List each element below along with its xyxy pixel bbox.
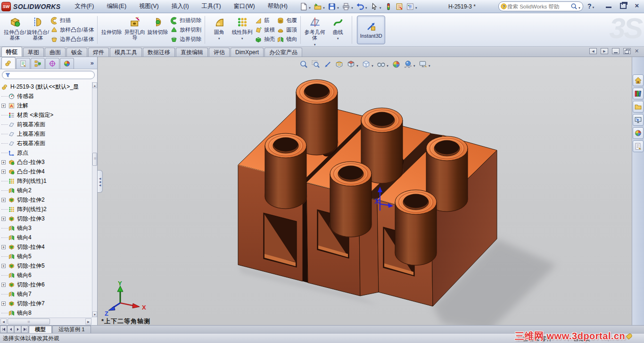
tree-item[interactable]: 右视基准面	[0, 139, 92, 148]
tree-item[interactable]: 镜向6	[0, 270, 92, 280]
expand-icon[interactable]: +	[1, 198, 6, 202]
tree-root[interactable]: H-2519-3 (默认<<默认>_显	[0, 82, 92, 91]
zoom-area-button[interactable]	[311, 59, 321, 69]
revolved-cut-button[interactable]: 旋转切除	[146, 14, 169, 46]
scroll-left-icon[interactable]: ◀	[0, 318, 7, 325]
expand-pane-right-icon[interactable]: ▶	[601, 48, 608, 54]
expand-icon[interactable]: +	[1, 245, 6, 249]
tree-item[interactable]: 镜向8	[0, 308, 92, 318]
close-button[interactable]: ×	[633, 2, 641, 9]
extruded-boss-button[interactable]: 拉伸凸台/基体	[3, 14, 26, 46]
fillet-button[interactable]: 圆角	[207, 14, 231, 46]
extruded-cut-button[interactable]: 拉伸切除	[100, 14, 123, 46]
tree-item[interactable]: +切除-拉伸4	[0, 242, 92, 252]
scroll-thumb[interactable]	[92, 153, 97, 166]
nav-last-button[interactable]	[21, 326, 28, 333]
panel-collapse-handle[interactable]: ◀◀◀	[98, 170, 103, 193]
expand-icon[interactable]: +	[1, 170, 6, 174]
lofted-cut-button[interactable]: 放样切割	[170, 25, 201, 34]
undo-button[interactable]	[355, 2, 368, 11]
view-settings-button[interactable]	[418, 59, 431, 69]
scroll-down-icon[interactable]: ▼	[92, 311, 97, 317]
minimize-button[interactable]	[604, 2, 613, 9]
doc-tab-模型[interactable]: 模型	[29, 326, 52, 333]
menu-item[interactable]: 编辑(E)	[107, 2, 126, 10]
expand-icon[interactable]: +	[1, 302, 6, 306]
open-button[interactable]	[313, 2, 326, 11]
tab-焊件[interactable]: 焊件	[88, 48, 109, 57]
tree-vertical-scrollbar[interactable]: ▲ ▼	[92, 82, 97, 318]
tree-item[interactable]: 传感器	[0, 91, 92, 101]
tree-item[interactable]: +切除-拉伸3	[0, 214, 92, 223]
select-button[interactable]	[370, 2, 382, 11]
tab-草图[interactable]: 草图	[23, 48, 44, 57]
previous-view-button[interactable]	[322, 59, 332, 69]
tree-item[interactable]: 材质 <未指定>	[0, 110, 92, 120]
doc-tab-运动算例 1[interactable]: 运动算例 1	[52, 326, 91, 333]
tree-item[interactable]: +凸台-拉伸3	[0, 157, 92, 167]
hide-show-button[interactable]	[376, 59, 389, 69]
traffic-light-button[interactable]	[384, 2, 393, 11]
curves-button[interactable]: 曲线	[326, 14, 349, 46]
tab-办公室产品[interactable]: 办公室产品	[264, 48, 302, 57]
wrap-button[interactable]: 包覆	[277, 16, 297, 25]
scroll-up-icon[interactable]: ▲	[92, 82, 97, 88]
fillet-caret-icon[interactable]	[218, 35, 221, 41]
zoom-fit-button[interactable]	[299, 59, 309, 69]
dropdown-caret-icon[interactable]	[371, 60, 374, 69]
loft-button[interactable]: 放样凸台/基体	[50, 25, 94, 34]
menu-item[interactable]: 文件(F)	[74, 2, 94, 10]
menu-item[interactable]: 工具(T)	[202, 2, 221, 10]
custom-properties-button[interactable]	[633, 140, 644, 152]
dropdown-caret-icon[interactable]	[364, 2, 368, 11]
tab-评估[interactable]: 评估	[209, 48, 230, 57]
section-view-button[interactable]	[334, 59, 344, 69]
search-dropdown-caret-icon[interactable]	[578, 2, 581, 11]
appearances-button[interactable]	[633, 127, 644, 139]
tree-item[interactable]: 镜向2	[0, 186, 92, 195]
home-button[interactable]	[633, 74, 644, 86]
tree-item[interactable]: +切除-拉伸2	[0, 195, 92, 204]
displaymanager-tab[interactable]	[60, 58, 74, 69]
collapse-pane-left-icon[interactable]: ◀	[589, 48, 597, 54]
tab-特征[interactable]: 特征	[1, 47, 22, 57]
scroll-right-icon[interactable]: ▶	[85, 318, 91, 325]
rebuild-button[interactable]	[395, 2, 404, 11]
help-button[interactable]: ?	[587, 2, 592, 10]
mirror-button[interactable]: 镜向	[277, 35, 297, 44]
tab-模具工具[interactable]: 模具工具	[110, 48, 142, 57]
expand-icon[interactable]: +	[1, 217, 6, 221]
view-palette-button[interactable]	[633, 114, 644, 126]
tree-item[interactable]: 原点	[0, 148, 92, 157]
graphics-viewport[interactable]: Y X Z *上下二等角轴测	[98, 57, 632, 325]
design-library-button[interactable]	[633, 88, 644, 99]
menu-item[interactable]: 窗口(W)	[234, 2, 255, 10]
dropdown-caret-icon[interactable]	[308, 2, 311, 11]
dropdown-caret-icon[interactable]	[379, 2, 382, 11]
tab-钣金[interactable]: 钣金	[66, 48, 87, 57]
dropdown-caret-icon[interactable]	[413, 60, 416, 69]
dimxpert-tab[interactable]	[45, 58, 59, 69]
nav-prev-button[interactable]	[7, 326, 14, 333]
options-button[interactable]	[405, 2, 418, 11]
expand-icon[interactable]: +	[1, 283, 6, 287]
tab-DimXpert[interactable]: DimXpert	[231, 48, 264, 57]
featuremanager-tab[interactable]	[1, 57, 16, 69]
dropdown-caret-icon[interactable]	[355, 60, 359, 69]
tree-item[interactable]: +切除-拉伸7	[0, 299, 92, 308]
tree-item[interactable]: 阵列(线性)1	[0, 176, 92, 186]
boundary-boss-button[interactable]: 边界凸台/基体	[50, 35, 94, 44]
sweep-button[interactable]: 扫描	[50, 16, 94, 25]
tab-曲面[interactable]: 曲面	[45, 48, 66, 57]
view-orientation-button[interactable]	[346, 59, 359, 69]
dome-button[interactable]: 圆顶	[277, 25, 297, 34]
tree-item[interactable]: +切除-拉伸6	[0, 280, 92, 289]
nav-first-button[interactable]	[0, 326, 7, 333]
instant3d-toggle-button[interactable]: Instant3D	[357, 16, 385, 44]
tree-item[interactable]: +A注解	[0, 101, 92, 110]
restore-button[interactable]	[619, 2, 627, 9]
dropdown-caret-icon[interactable]	[322, 2, 325, 11]
tree-item[interactable]: 镜向5	[0, 252, 92, 261]
menu-item[interactable]: 插入(I)	[172, 2, 189, 10]
menu-item[interactable]: 视图(V)	[139, 2, 159, 10]
